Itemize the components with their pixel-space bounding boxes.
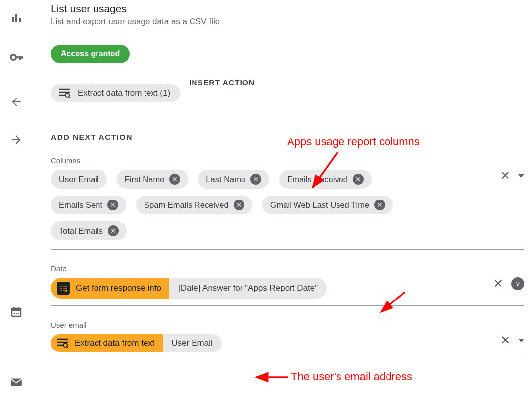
extract-text-icon [57, 338, 69, 348]
date-value-label: [Date] Answer for "Apps Report Date" [169, 278, 327, 299]
svg-rect-20 [60, 286, 62, 287]
svg-rect-5 [19, 56, 21, 60]
svg-rect-6 [21, 56, 22, 59]
svg-rect-10 [18, 307, 19, 309]
chip-label: User Email [59, 175, 99, 184]
svg-rect-22 [60, 290, 62, 291]
user-email-value-pill[interactable]: Extract data from text User Email [51, 334, 222, 352]
svg-rect-14 [11, 378, 22, 386]
annotation-email: The user's email address [291, 370, 412, 383]
chip-label: Gmail Web Last Used Time [270, 200, 370, 210]
column-chip[interactable]: Spam Emails Received✕ [136, 196, 252, 214]
main: List user usages List and export user us… [32, 0, 532, 400]
page-title: List user usages [51, 3, 524, 15]
svg-point-26 [65, 290, 67, 292]
chip-label: Total Emails [59, 226, 103, 236]
extract-text-icon [59, 88, 71, 98]
columns-label: Columns [51, 156, 524, 165]
chip-label: Spam Emails Received [144, 200, 229, 210]
svg-rect-21 [60, 288, 62, 289]
svg-point-30 [63, 343, 67, 347]
insert-action-button[interactable]: INSERT ACTION [189, 78, 255, 87]
calendar-icon[interactable] [4, 300, 28, 324]
stats-icon[interactable] [4, 6, 28, 30]
clear-date-button[interactable]: ✕ [493, 277, 503, 291]
annotation-arrow-icon [252, 371, 292, 383]
annotation-arrow-icon [303, 149, 342, 193]
svg-line-19 [69, 97, 70, 98]
svg-rect-25 [63, 290, 65, 291]
date-label: Date [51, 264, 524, 273]
column-chip[interactable]: User Email [51, 170, 107, 189]
chip-label: Emails Sent [59, 200, 102, 210]
column-chip[interactable]: Total Emails✕ [51, 221, 127, 240]
page-subtitle: List and export user usage data as a CSV… [51, 17, 524, 27]
key-icon[interactable] [4, 46, 28, 69]
svg-point-18 [65, 93, 69, 97]
annotation-columns: Apps usage report columns [287, 135, 420, 148]
chip-remove-icon[interactable]: ✕ [250, 174, 261, 185]
svg-rect-1 [15, 14, 17, 22]
chip-label: Last Name [206, 175, 245, 184]
chip-remove-icon[interactable]: ✕ [353, 174, 364, 185]
chip-label: First Name [125, 175, 165, 184]
variable-icon[interactable]: v [511, 277, 524, 290]
arrow-forward-icon[interactable] [4, 128, 28, 151]
user-email-dropdown-icon[interactable] [518, 339, 524, 342]
svg-line-33 [381, 292, 405, 312]
date-source-label: Get form response info [76, 283, 161, 293]
column-chip[interactable]: Emails Sent✕ [51, 196, 126, 214]
chip-remove-icon[interactable]: ✕ [107, 200, 118, 210]
columns-field[interactable]: User EmailFirst Name✕Last Name✕Emails Re… [51, 170, 524, 250]
clear-user-email-button[interactable]: ✕ [500, 333, 510, 347]
chip-remove-icon[interactable]: ✕ [234, 200, 244, 210]
column-chip[interactable]: Last Name✕ [198, 170, 269, 189]
svg-line-32 [313, 152, 338, 187]
svg-point-11 [13, 313, 15, 315]
svg-line-31 [67, 347, 68, 348]
svg-point-13 [17, 313, 19, 315]
referenced-action-pill[interactable]: Extract data from text (1) [51, 84, 180, 102]
chip-remove-icon[interactable]: ✕ [108, 225, 119, 236]
date-field[interactable]: Get form response info [Date] Answer for… [51, 278, 524, 306]
date-value-pill[interactable]: Get form response info [Date] Answer for… [51, 278, 327, 299]
svg-rect-2 [19, 18, 21, 22]
mail-icon[interactable] [4, 370, 28, 394]
svg-rect-9 [13, 307, 15, 309]
referenced-action-label: Extract data from text (1) [78, 88, 170, 98]
arrow-back-icon[interactable] [4, 90, 28, 114]
chip-remove-icon[interactable]: ✕ [374, 200, 385, 210]
form-icon [57, 282, 70, 295]
svg-rect-0 [12, 17, 14, 22]
chip-remove-icon[interactable]: ✕ [169, 174, 180, 185]
svg-point-12 [15, 313, 17, 315]
svg-rect-23 [63, 286, 67, 287]
user-email-label: User email [51, 321, 524, 329]
columns-dropdown-icon[interactable] [518, 174, 524, 178]
user-email-value-label: User Email [163, 334, 222, 352]
column-chip[interactable]: First Name✕ [117, 170, 189, 189]
annotation-arrow-icon [376, 288, 411, 318]
svg-rect-8 [12, 308, 21, 311]
svg-rect-24 [63, 288, 67, 289]
user-email-source-label: Extract data from text [75, 338, 155, 348]
column-chip[interactable]: Gmail Web Last Used Time✕ [262, 196, 393, 214]
access-granted-badge[interactable]: Access granted [51, 45, 130, 63]
user-email-field[interactable]: Extract data from text User Email ✕ [51, 334, 524, 359]
clear-columns-button[interactable]: ✕ [500, 169, 510, 183]
sidebar [0, 0, 32, 400]
